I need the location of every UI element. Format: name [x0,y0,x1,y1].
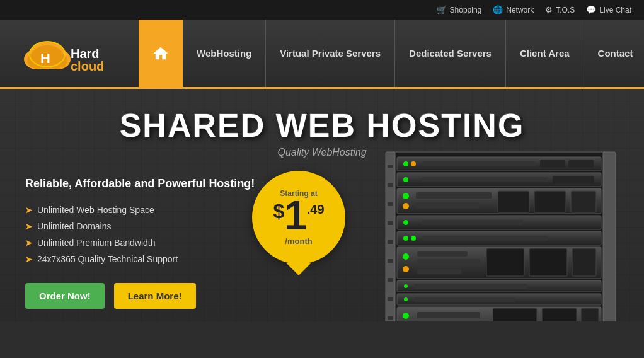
logo[interactable]: H Hard cloud [13,32,126,76]
livechat-link[interactable]: 💬 Live Chat [586,5,631,14]
svg-text:cloud: cloud [71,59,104,73]
price-month: /month [285,236,312,246]
nav-item-contact[interactable]: Contact [584,20,644,87]
price-bubble-wrap: Starting at $ 1 .49 /month [252,171,345,264]
arrow-icon: ➤ [25,255,32,264]
shopping-label: Shopping [450,6,482,14]
tos-link[interactable]: ⚙ T.O.S [545,5,575,14]
svg-text:H: H [40,50,50,66]
shopping-icon: 🛒 [437,5,447,14]
price-bubble: Starting at $ 1 .49 /month [252,171,345,264]
learn-more-button[interactable]: Learn More! [114,283,196,309]
top-bar: 🛒 Shopping 🌐 Network ⚙ T.O.S 💬 Live Chat [0,0,644,20]
arrow-icon: ➤ [25,205,32,215]
nav-item-clientarea[interactable]: Client Area [506,20,584,87]
logo-svg: H Hard cloud [13,32,126,76]
price-amount: 1 [284,198,307,234]
home-icon [152,45,170,62]
nav-item-webhosting[interactable]: WebHosting [183,20,266,87]
nav-links: WebHosting Virtual Private Servers Dedic… [183,20,644,87]
price-cents: .49 [307,203,325,216]
nav-item-dedicated[interactable]: Dedicated Servers [395,20,506,87]
home-button[interactable] [139,20,183,87]
tos-label: T.O.S [556,6,575,14]
tos-icon: ⚙ [545,5,553,14]
buttons-row: Order Now! Learn More! [25,283,625,309]
nav-item-vps[interactable]: Virtual Private Servers [266,20,395,87]
hero-title: SHARED WEB HOSTING [0,107,644,144]
chat-icon: 💬 [586,5,596,14]
network-label: Network [506,6,534,14]
network-link[interactable]: 🌐 Network [493,5,534,14]
hero-section: SHARED WEB HOSTING Quality WebHosting Re… [0,89,644,321]
svg-text:Hard: Hard [71,47,100,61]
network-icon: 🌐 [493,5,503,14]
price-dollar: $ [273,201,284,221]
arrow-icon: ➤ [25,222,32,231]
logo-area: H Hard cloud [0,25,139,82]
arrow-icon: ➤ [25,238,32,248]
livechat-label: Live Chat [599,6,631,14]
content-area: Reliable, Affordable and Powerful Hostin… [0,165,644,321]
price-main: $ 1 .49 [273,198,324,234]
order-now-button[interactable]: Order Now! [25,283,105,309]
nav-container: WebHosting Virtual Private Servers Dedic… [139,20,644,87]
shopping-link[interactable]: 🛒 Shopping [437,5,482,14]
header: H Hard cloud WebHosting Virtual Private … [0,20,644,89]
